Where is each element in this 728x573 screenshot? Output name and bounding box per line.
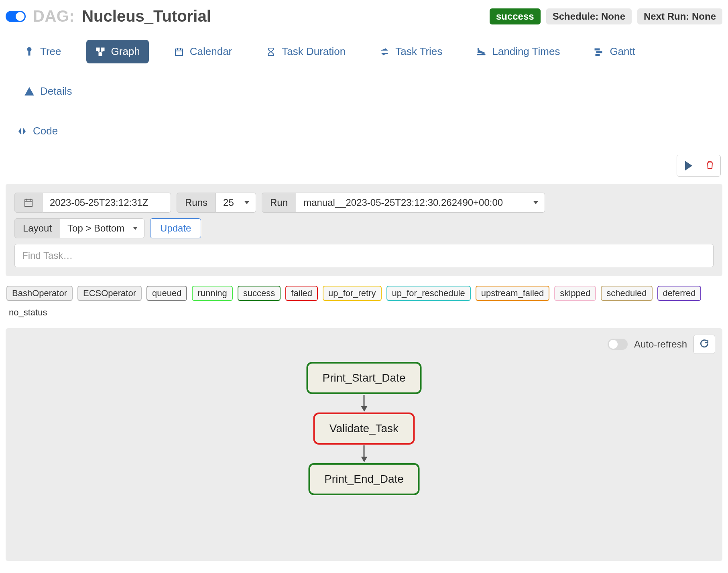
run-label: Run: [262, 193, 296, 213]
svg-point-15: [29, 93, 30, 94]
tab-label: Tree: [40, 45, 61, 58]
status-badges: success Schedule: None Next Run: None: [490, 8, 722, 24]
base-date-group: 2023-05-25T23:12:31Z: [14, 193, 171, 213]
graph-edge: [361, 445, 367, 463]
warning-icon: [24, 86, 35, 97]
tab-label: Gantt: [610, 45, 635, 58]
dag-actions: [6, 155, 722, 184]
run-select[interactable]: manual__2023-05-25T23:12:30.262490+00:00: [296, 193, 545, 213]
calendar-icon: [14, 193, 43, 213]
calendar-icon: [174, 47, 184, 57]
layout-select[interactable]: Top > Bottom: [60, 218, 144, 238]
svg-rect-7: [175, 49, 183, 55]
dag-graph-panel: Auto-refresh Print_Start_Date Validate_T…: [6, 328, 722, 561]
operator-chip-bash[interactable]: BashOperator: [6, 286, 73, 301]
status-chip-deferred[interactable]: deferred: [657, 286, 702, 301]
status-chip-up-for-retry[interactable]: up_for_retry: [323, 286, 382, 301]
delete-dag-button[interactable]: [699, 155, 720, 176]
status-success-badge: success: [490, 8, 541, 24]
gantt-icon: [594, 47, 604, 57]
dag-graph: Print_Start_Date Validate_Task Print_End…: [307, 362, 422, 495]
tab-label: Landing Times: [492, 45, 560, 58]
dag-title-wrap: DAG: Nucleus_Tutorial: [6, 7, 211, 25]
svg-rect-4: [99, 53, 102, 56]
task-node-validate-task[interactable]: Validate_Task: [313, 412, 415, 445]
runs-label: Runs: [177, 193, 216, 213]
svg-rect-3: [101, 48, 104, 51]
tab-calendar[interactable]: Calendar: [165, 40, 241, 63]
svg-rect-2: [96, 48, 100, 51]
graph-icon: [95, 47, 106, 57]
find-task-input[interactable]: [14, 244, 714, 267]
tab-label: Details: [40, 85, 72, 98]
svg-rect-12: [596, 51, 602, 53]
svg-rect-1: [28, 51, 30, 55]
next-run-badge: Next Run: None: [637, 8, 722, 24]
status-chip-scheduled[interactable]: scheduled: [601, 286, 652, 301]
tab-graph[interactable]: Graph: [86, 40, 149, 63]
tab-label: Graph: [111, 45, 140, 58]
tab-landing-times[interactable]: Landing Times: [467, 40, 569, 63]
legend-row: BashOperator ECSOperator queued running …: [6, 276, 722, 327]
refresh-icon: [699, 338, 710, 350]
view-tabs: Tree Graph Calendar Task Duration Task T…: [6, 36, 722, 155]
run-group: Run manual__2023-05-25T23:12:30.262490+0…: [262, 193, 545, 213]
update-button[interactable]: Update: [150, 218, 201, 238]
auto-refresh-label: Auto-refresh: [634, 339, 687, 350]
status-chip-running[interactable]: running: [192, 286, 232, 301]
tab-label: Task Tries: [395, 45, 442, 58]
tab-task-duration[interactable]: Task Duration: [257, 40, 354, 63]
tab-task-tries[interactable]: Task Tries: [370, 40, 451, 63]
dag-enable-toggle[interactable]: [6, 11, 26, 22]
svg-rect-13: [596, 54, 600, 56]
status-chip-upstream-failed[interactable]: upstream_failed: [476, 286, 550, 301]
layout-label: Layout: [14, 218, 60, 238]
refresh-button[interactable]: [693, 335, 715, 354]
runs-group: Runs 25: [177, 193, 256, 213]
graph-controls-panel: 2023-05-25T23:12:31Z Runs 25 Run manual_…: [6, 184, 722, 276]
landing-icon: [476, 47, 486, 57]
svg-line-6: [100, 51, 103, 53]
status-chip-failed[interactable]: failed: [285, 286, 318, 301]
tree-icon: [24, 47, 35, 57]
hourglass-icon: [266, 47, 276, 57]
status-chip-success[interactable]: success: [238, 286, 281, 301]
tab-label: Calendar: [190, 45, 232, 58]
trash-icon: [705, 160, 715, 172]
tab-label: Code: [33, 125, 58, 137]
task-node-print-end-date[interactable]: Print_End_Date: [308, 463, 420, 495]
runs-select[interactable]: 25: [216, 193, 256, 213]
status-chip-up-for-reschedule[interactable]: up_for_reschedule: [386, 286, 471, 301]
svg-rect-16: [25, 200, 32, 206]
svg-point-0: [27, 47, 31, 51]
status-chip-skipped[interactable]: skipped: [554, 286, 596, 301]
tab-label: Task Duration: [282, 45, 346, 58]
dag-name: Nucleus_Tutorial: [82, 7, 211, 25]
tab-gantt[interactable]: Gantt: [585, 40, 644, 63]
svg-line-5: [98, 51, 100, 53]
svg-rect-11: [595, 49, 600, 50]
status-chip-no-status[interactable]: no_status: [6, 306, 49, 319]
dag-label: DAG:: [33, 7, 75, 25]
trigger-dag-button[interactable]: [677, 155, 699, 176]
base-date-input[interactable]: 2023-05-25T23:12:31Z: [43, 193, 171, 213]
tab-tree[interactable]: Tree: [15, 40, 70, 63]
layout-group: Layout Top > Bottom: [14, 218, 144, 238]
status-chip-queued[interactable]: queued: [146, 286, 187, 301]
retry-icon: [379, 47, 390, 57]
auto-refresh-toggle[interactable]: [608, 339, 628, 350]
dag-header: DAG: Nucleus_Tutorial success Schedule: …: [6, 6, 722, 36]
graph-edge: [361, 394, 367, 412]
code-icon: [17, 126, 27, 136]
operator-chip-ecs[interactable]: ECSOperator: [77, 286, 142, 301]
schedule-badge: Schedule: None: [546, 8, 632, 24]
play-icon: [683, 161, 692, 171]
tab-code[interactable]: Code: [15, 119, 713, 143]
task-node-print-start-date[interactable]: Print_Start_Date: [307, 362, 422, 394]
tab-details[interactable]: Details: [15, 79, 81, 103]
